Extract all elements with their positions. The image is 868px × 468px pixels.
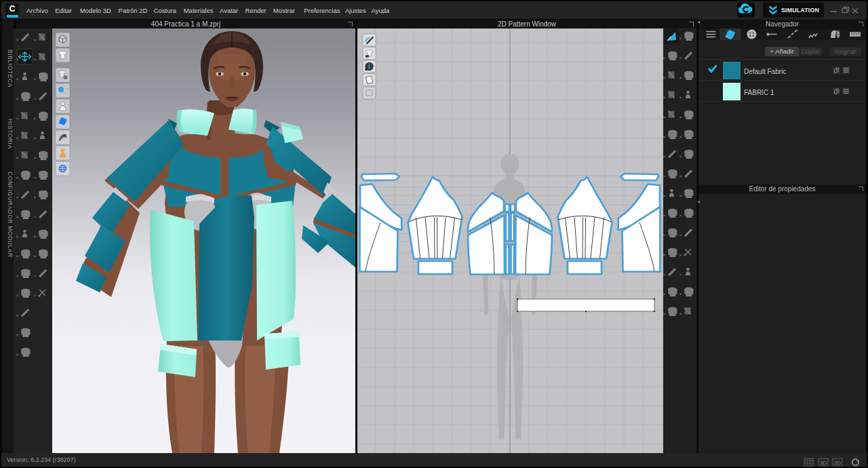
svg-text:3D: 3D [820, 460, 827, 466]
svg-text:SIMULATION: SIMULATION [781, 7, 819, 14]
svg-text:i: i [368, 63, 370, 70]
svg-text:2D: 2D [834, 460, 841, 466]
